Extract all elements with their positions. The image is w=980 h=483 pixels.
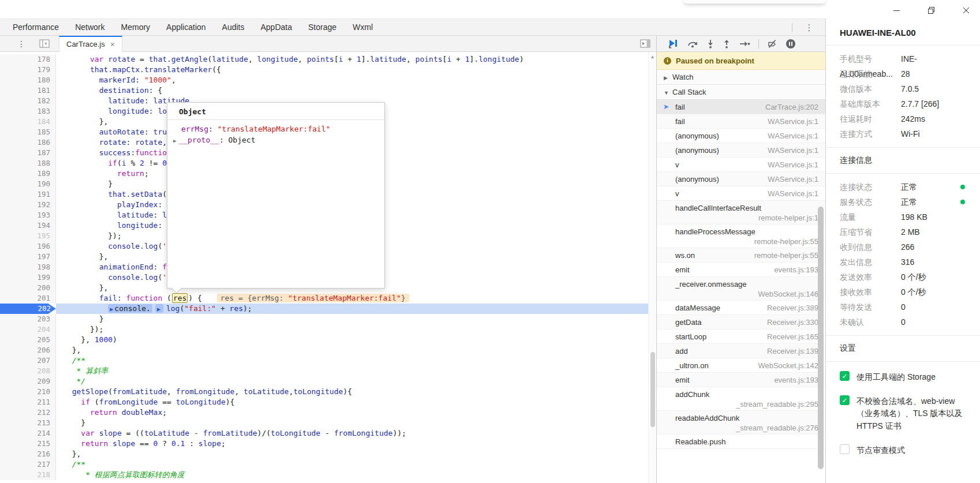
code-line-210[interactable]: getSlope(fromLatitude, fromLongitude, to… xyxy=(56,387,656,397)
code-line-212[interactable]: return doubleMax; xyxy=(56,407,656,418)
code-line-181[interactable]: destination: { xyxy=(56,85,656,96)
deactivate-breakpoints-button[interactable] xyxy=(767,39,777,48)
line-number-209[interactable]: 209 xyxy=(0,376,56,387)
show-navigator-icon[interactable] xyxy=(39,39,50,48)
code-line-205[interactable]: }, 1000) xyxy=(56,335,656,345)
line-number-214[interactable]: 214 xyxy=(0,428,56,439)
call-stack-frame-getData[interactable]: getDataReceiver.js:330 xyxy=(657,315,825,330)
hide-panel-icon[interactable] xyxy=(640,39,650,48)
line-number-211[interactable]: 211 xyxy=(0,397,56,407)
sources-menu-kebab-icon[interactable]: ⋮ xyxy=(17,39,25,48)
line-number-213[interactable]: 213 xyxy=(0,418,56,428)
code-line-217[interactable]: /** xyxy=(56,459,656,470)
call-stack-frame-_ultron.on[interactable]: _ultron.onWebSocket.js:142 xyxy=(657,358,825,373)
line-number-183[interactable]: 183 xyxy=(0,106,56,117)
devtools-tab-application[interactable]: Application xyxy=(158,19,214,35)
resume-script-button[interactable] xyxy=(667,39,679,48)
checkbox-checked-icon[interactable]: ✓ xyxy=(840,395,850,405)
step-over-button[interactable] xyxy=(687,39,698,48)
line-number-217[interactable]: 217 xyxy=(0,459,56,470)
code-line-178[interactable]: var rotate = that.getAngle(latitude, lon… xyxy=(56,54,656,65)
code-line-204[interactable]: }); xyxy=(56,324,656,335)
code-line-201[interactable]: fail: function (res) { res = {errMsg: "t… xyxy=(56,293,656,304)
scroll-up-arrow-icon[interactable]: ▲ xyxy=(649,54,656,59)
line-number-216[interactable]: 216 xyxy=(0,449,56,459)
code-line-180[interactable]: markerId: "1000", xyxy=(56,75,656,85)
call-stack-frame-handleProcessMessage[interactable]: handleProcessMessageremote-helper.js:55 xyxy=(657,224,825,248)
line-number-215[interactable]: 215 xyxy=(0,439,56,449)
restore-button[interactable] xyxy=(928,6,935,13)
line-number-185[interactable]: 185 xyxy=(0,127,56,137)
line-number-205[interactable]: 205 xyxy=(0,335,56,345)
devtools-tab-memory[interactable]: Memory xyxy=(113,19,159,35)
line-number-180[interactable]: 180 xyxy=(0,75,56,85)
code-line-179[interactable]: that.mapCtx.translateMarker({ xyxy=(56,65,656,75)
line-number-203[interactable]: 203 xyxy=(0,314,56,324)
call-stack-frame-fail[interactable]: failWAService.js:1 xyxy=(657,114,825,129)
line-number-201[interactable]: 201 xyxy=(0,293,56,304)
line-number-210[interactable]: 210 xyxy=(0,387,56,397)
call-stack-frame-readableAddChunk[interactable]: readableAddChunk_stream_readable.js:276 xyxy=(657,411,825,435)
line-number-196[interactable]: 196 xyxy=(0,241,56,252)
line-number-195[interactable]: 195 xyxy=(0,231,56,241)
line-number-191[interactable]: 191 xyxy=(0,189,56,200)
step-into-button[interactable] xyxy=(706,39,715,48)
line-number-187[interactable]: 187 xyxy=(0,148,56,158)
continue-to-here-marker[interactable]: ▶ xyxy=(155,304,163,313)
line-number-202[interactable]: 202 xyxy=(0,304,56,314)
line-number-184[interactable]: 184 xyxy=(0,117,56,127)
line-number-189[interactable]: 189 xyxy=(0,169,56,179)
more-options-kebab-icon[interactable]: ⋮ xyxy=(802,21,816,35)
line-number-179[interactable]: 179 xyxy=(0,65,56,75)
call-stack-frame-add[interactable]: addReceiver.js:139 xyxy=(657,344,825,358)
line-number-208[interactable]: 208 xyxy=(0,366,56,376)
devtools-tab-network[interactable]: Network xyxy=(67,19,113,35)
call-stack-frame-dataMessage[interactable]: dataMessageReceiver.js:389 xyxy=(657,301,825,315)
file-tab-close-icon[interactable]: × xyxy=(110,40,115,49)
call-stack-frame-_receiver.onmessage[interactable]: _receiver.onmessageWebSocket.js:146 xyxy=(657,277,825,301)
hovered-variable-res[interactable]: res xyxy=(172,293,188,303)
sidebar-scrollbar-thumb[interactable] xyxy=(818,207,824,469)
watch-section-header[interactable]: ▶Watch xyxy=(657,70,825,85)
call-stack-frame-addChunk[interactable]: addChunk_stream_readable.js:295 xyxy=(657,387,825,411)
code-line-218[interactable]: * 根据两点算取图标转的角度 xyxy=(56,470,656,480)
line-number-186[interactable]: 186 xyxy=(0,137,56,148)
devtools-tab-appdata[interactable]: AppData xyxy=(253,19,300,35)
line-number-190[interactable]: 190 xyxy=(0,179,56,189)
code-line-209[interactable]: */ xyxy=(56,376,656,387)
minimize-button[interactable] xyxy=(893,6,900,13)
code-line-215[interactable]: return slope == 0 ? 0.1 : slope; xyxy=(56,439,656,449)
call-stack-frame-v[interactable]: vWAService.js:1 xyxy=(657,158,825,172)
step-out-button[interactable] xyxy=(723,39,731,48)
code-line-214[interactable]: var slope = ((toLatitude - fromLatitude)… xyxy=(56,428,656,439)
line-number-200[interactable]: 200 xyxy=(0,283,56,293)
call-stack-frame-startLoop[interactable]: startLoopReceiver.js:165 xyxy=(657,330,825,344)
devtools-tab-audits[interactable]: Audits xyxy=(214,19,253,35)
editor-scrollbar[interactable]: ▲ xyxy=(648,52,656,483)
call-stack-frame-anonymous[interactable]: (anonymous)WAService.js:1 xyxy=(657,143,825,158)
pause-on-exceptions-button[interactable] xyxy=(786,39,796,49)
expand-triangle-icon[interactable]: ▶ xyxy=(173,138,176,144)
code-line-202[interactable]: ▶console.▶log("fail:" + res); xyxy=(56,304,656,314)
devtools-tab-wxml[interactable]: Wxml xyxy=(345,19,381,35)
line-number-181[interactable]: 181 xyxy=(0,85,56,96)
line-number-204[interactable]: 204 xyxy=(0,324,56,335)
call-stack-frame-anonymous[interactable]: (anonymous)WAService.js:1 xyxy=(657,172,825,186)
line-number-182[interactable]: 182 xyxy=(0,96,56,106)
line-number-199[interactable]: 199 xyxy=(0,272,56,283)
code-line-213[interactable]: } xyxy=(56,418,656,428)
call-stack-frame-emit[interactable]: emitevents.js:193 xyxy=(657,263,825,277)
call-stack-section-header[interactable]: ▼Call Stack xyxy=(657,85,825,100)
code-line-206[interactable]: }, xyxy=(56,345,656,355)
line-number-194[interactable]: 194 xyxy=(0,220,56,231)
editor-scrollbar-thumb[interactable] xyxy=(650,352,655,427)
step-button[interactable] xyxy=(739,39,750,48)
checkbox-unchecked-icon[interactable] xyxy=(840,444,850,454)
code-line-203[interactable]: } xyxy=(56,314,656,324)
code-line-211[interactable]: if (fromLongitude == toLongitude){ xyxy=(56,397,656,407)
call-stack-frame-Readable.push[interactable]: Readable.push xyxy=(657,435,825,449)
line-number-206[interactable]: 206 xyxy=(0,345,56,355)
continue-to-here-marker[interactable]: ▶console. xyxy=(108,304,152,313)
call-stack-frame-emit[interactable]: emitevents.js:193 xyxy=(657,373,825,387)
line-number-218[interactable]: 218 xyxy=(0,470,56,480)
